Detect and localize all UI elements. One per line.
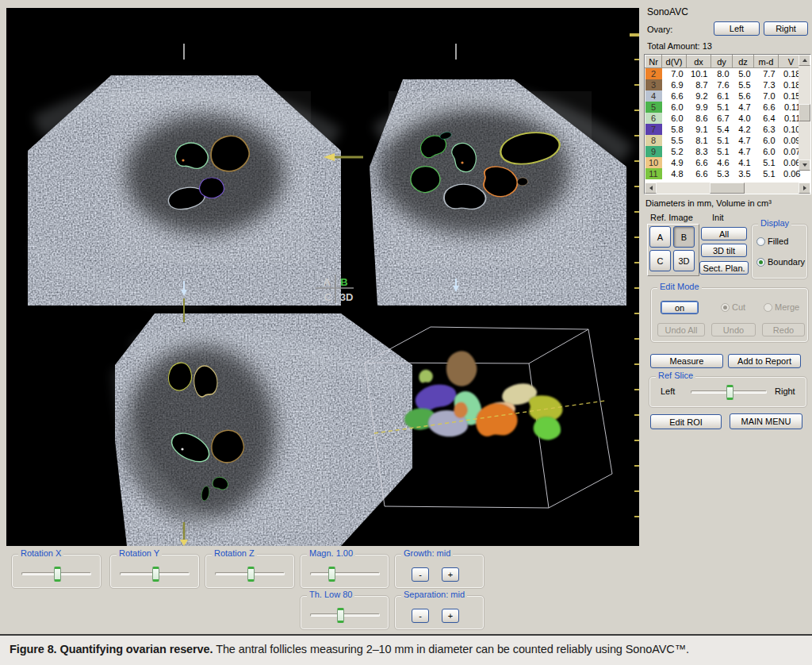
ovary-right-button[interactable]: Right: [764, 21, 808, 36]
rotation-z-slider[interactable]: [215, 572, 285, 575]
growth-plus-button[interactable]: +: [442, 567, 459, 582]
main-menu-button[interactable]: MAIN MENU: [730, 413, 802, 429]
undo-button[interactable]: Undo: [711, 323, 756, 336]
table-cell: 9.9: [687, 102, 711, 113]
table-col-header[interactable]: Nr: [645, 56, 662, 68]
rotation-z-thumb[interactable]: [247, 567, 255, 582]
edit-mode-on-button[interactable]: on: [661, 301, 699, 314]
undo-all-button[interactable]: Undo All: [657, 323, 705, 336]
table-row[interactable]: 36.98.77.65.57.30.18: [645, 79, 804, 90]
separation-minus-button[interactable]: -: [412, 609, 429, 623]
table-cell: 9.2: [687, 90, 711, 102]
table-col-header[interactable]: dx: [687, 56, 711, 68]
caption-bold: Figure 8. Quantifying ovarian reserve.: [10, 643, 213, 655]
follicle-color-chip: 11: [645, 168, 662, 179]
rotation-y-slider[interactable]: [120, 572, 190, 575]
scroll-left-button[interactable]: [645, 183, 657, 194]
display-title: Display: [758, 218, 791, 228]
growth-group: Growth: mid - +: [394, 554, 485, 589]
display-filled-radio[interactable]: [756, 237, 765, 246]
hscroll-thumb[interactable]: [710, 183, 745, 194]
ref-slice-slider[interactable]: [691, 390, 767, 394]
init-3d-tilt-button[interactable]: 3D tilt: [701, 244, 747, 257]
display-filled-label: Filled: [768, 236, 788, 246]
view-c-quadrant[interactable]: [115, 313, 412, 546]
table-row[interactable]: 46.69.26.15.67.00.15: [645, 90, 804, 102]
table-cell: 8.7: [687, 79, 711, 90]
cut-label: Cut: [732, 302, 745, 312]
table-row[interactable]: 27.010.18.05.07.70.18: [645, 68, 804, 80]
merge-radio[interactable]: [764, 303, 772, 312]
add-to-report-button[interactable]: Add to Report: [728, 354, 801, 368]
scroll-right-button[interactable]: [799, 183, 810, 194]
table-row[interactable]: 104.96.64.64.15.10.06: [645, 157, 804, 168]
follicle-outline[interactable]: [212, 430, 244, 463]
rotation-x-thumb[interactable]: [54, 567, 61, 582]
table-cell: 6.3: [754, 124, 779, 135]
view-c-button[interactable]: C: [649, 250, 671, 271]
display-boundary-radio[interactable]: [756, 258, 765, 267]
threshold-slider[interactable]: [310, 613, 380, 617]
scroll-up-button[interactable]: [799, 55, 810, 66]
legend-a: A: [323, 276, 331, 288]
magnification-slider[interactable]: [310, 572, 380, 575]
follicle-table: Nrd(V)dxdydzm-dV 27.010.18.05.07.70.1836…: [644, 54, 811, 194]
threshold-thumb[interactable]: [337, 608, 344, 623]
total-amount-label: Total Amount: 13: [647, 41, 712, 51]
table-hscrollbar[interactable]: [645, 183, 810, 194]
table-cell: 5.4: [711, 124, 733, 135]
view-a-button[interactable]: A: [649, 226, 671, 248]
ref-image-label: Ref. Image: [650, 213, 693, 222]
table-col-header[interactable]: d(V): [662, 56, 687, 68]
follicle-color-chip: 10: [645, 157, 662, 168]
table-cell: 5.1: [754, 157, 779, 168]
view-3d-button[interactable]: 3D: [673, 250, 695, 271]
ref-slice-thumb[interactable]: [726, 385, 733, 400]
table-cell: 7.6: [711, 79, 733, 90]
triangle-right-icon: [803, 186, 806, 190]
table-col-header[interactable]: dz: [733, 56, 754, 68]
growth-minus-button[interactable]: -: [412, 567, 429, 582]
table-cell: 7.3: [754, 79, 779, 90]
scroll-down-button[interactable]: [799, 160, 810, 171]
table-cell: 6.0: [754, 146, 779, 157]
table-cell: 4.2: [733, 124, 754, 135]
view-b-button[interactable]: B: [673, 226, 695, 248]
table-vscrollbar[interactable]: [799, 55, 810, 171]
table-col-header[interactable]: m-d: [754, 56, 779, 68]
follicle-color-chip: 8: [645, 135, 662, 146]
table-row[interactable]: 85.58.15.14.76.00.09: [645, 135, 804, 146]
table-cell: 5.1: [711, 146, 733, 157]
table-cell: 8.6: [687, 113, 711, 124]
table-cell: 5.3: [711, 168, 733, 179]
measure-button[interactable]: Measure: [650, 354, 723, 368]
rotation-x-slider[interactable]: [21, 572, 91, 575]
init-all-button[interactable]: All: [701, 227, 747, 240]
table-row[interactable]: 114.86.65.33.55.10.06: [645, 168, 804, 179]
table-cell: 4.7: [733, 135, 754, 146]
edit-roi-button[interactable]: Edit ROI: [650, 414, 722, 429]
redo-button[interactable]: Redo: [762, 323, 805, 336]
init-sect-plan-button[interactable]: Sect. Plan.: [699, 261, 749, 275]
table-row[interactable]: 95.28.35.14.76.00.07: [645, 146, 804, 157]
view-b-quadrant[interactable]: [370, 79, 626, 306]
rotation-y-thumb[interactable]: [152, 567, 159, 582]
table-row[interactable]: 56.09.95.14.76.60.11: [645, 102, 804, 113]
cut-radio[interactable]: [721, 303, 730, 312]
table-col-header[interactable]: dy: [711, 56, 733, 68]
vscroll-thumb[interactable]: [799, 104, 810, 121]
magnification-thumb[interactable]: [328, 567, 335, 582]
table-row[interactable]: 75.89.15.44.26.30.10: [645, 124, 804, 135]
separation-title: Separation: mid: [401, 590, 467, 599]
triangle-left-icon: [649, 186, 653, 190]
view-a-quadrant[interactable]: [28, 75, 341, 306]
separation-group: Separation: mid - +: [394, 595, 485, 630]
ovary-left-button[interactable]: Left: [714, 21, 760, 36]
depth-ruler: [630, 35, 639, 529]
table-cell: 4.1: [733, 157, 754, 168]
follicle-outline[interactable]: [517, 178, 527, 186]
separation-plus-button[interactable]: +: [442, 609, 459, 623]
ref-slice-title: Ref Slice: [656, 371, 695, 380]
table-row[interactable]: 66.08.66.74.06.40.11: [645, 113, 804, 124]
threshold-title: Th. Low 80: [307, 590, 354, 599]
